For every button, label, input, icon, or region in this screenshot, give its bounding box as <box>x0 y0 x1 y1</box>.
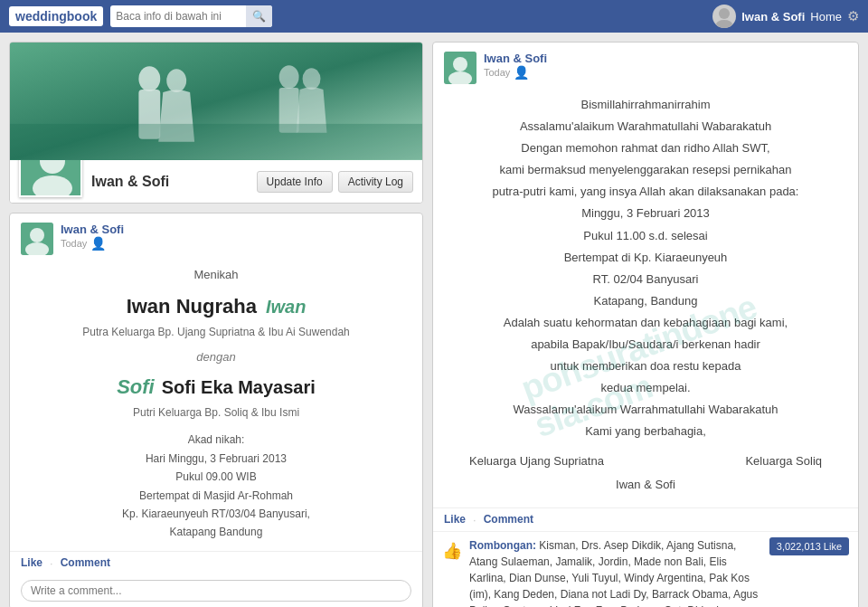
svg-point-6 <box>279 65 299 89</box>
bride-name: Sofi Eka Mayasari <box>162 373 316 402</box>
right-person-icon <box>514 65 529 80</box>
likes-text: Rombongan: Kisman, Drs. Asep Dikdik, Aja… <box>469 537 762 607</box>
invitation-line10: Katapang, Bandung <box>451 291 840 311</box>
rombongan-label: Rombongan: <box>469 539 536 552</box>
profile-card: Iwan & Sofi Update Info Activity Log <box>9 42 423 204</box>
right-post-time-row: Today <box>484 65 547 80</box>
profile-name: Iwan & Sofi <box>91 174 257 190</box>
svg-point-5 <box>166 69 186 92</box>
home-link[interactable]: Home <box>810 10 842 24</box>
right-post-avatar <box>444 52 476 84</box>
invitation-line9: RT. 02/04 Banyusari <box>451 270 840 289</box>
right-post-author[interactable]: Iwan & Sofi <box>484 52 547 65</box>
right-comment-link[interactable]: Comment <box>484 513 533 526</box>
invitation-line15: Wassalamu'alaikum Warrahmatullahi Wabara… <box>451 400 840 420</box>
left-panel: Iwan & Sofi Update Info Activity Log Iwa… <box>9 42 423 607</box>
akad-day: Hari Minggu, 3 Februari 2013 <box>21 450 411 468</box>
right-like-link[interactable]: Like <box>444 513 466 526</box>
invitation-line5: putra-putri kami, yang insya Allah akan … <box>451 182 840 202</box>
svg-point-3 <box>138 66 160 91</box>
comment-input[interactable] <box>21 580 411 602</box>
person-icon <box>90 236 106 251</box>
akad-address: Kp. Kiaraeunyeuh RT/03/04 Banyusari, <box>21 505 411 523</box>
post-header: Iwan & Sofi Today <box>10 213 422 261</box>
post-time-row: Today <box>61 236 124 251</box>
invitation-line13: untuk memberikan doa restu kepada <box>451 356 840 376</box>
update-info-button[interactable]: Update Info <box>257 171 333 193</box>
family-right: Keluarga Soliq <box>745 451 822 471</box>
invitation-line6: Minggu, 3 Februari 2013 <box>451 204 840 223</box>
svg-rect-9 <box>10 124 422 160</box>
family-left: Keluarga Ujang Supriatna <box>469 451 604 471</box>
right-post-card: pohsuratindonesia.com Iwan & Sofi Today … <box>432 42 859 607</box>
like-thumb-icon: 👍 <box>442 539 462 564</box>
invitation-line3: Dengan memohon rahmat dan ridho Allah SW… <box>451 138 840 158</box>
profile-cover <box>10 43 422 160</box>
groom-italic: Iwan <box>266 292 306 321</box>
invitation-line8: Bertempat di Kp. Kiaraeunyeuh <box>451 248 840 268</box>
svg-point-17 <box>453 57 467 71</box>
left-post-card: Iwan & Sofi Today Menikah Iwan Nugraha I… <box>9 213 423 607</box>
akad-time: Pukul 09.00 WIB <box>21 468 411 486</box>
bride-parents: Putri Keluarga Bp. Soliq & Ibu Ismi <box>21 404 411 422</box>
invitation-line1: Bismillahirrahmanirrahim <box>451 95 840 115</box>
couple-name: Iwan & Sofi <box>451 475 840 495</box>
svg-point-14 <box>30 228 44 242</box>
dengan-label: dengan <box>21 348 411 367</box>
post-author[interactable]: Iwan & Sofi <box>61 223 124 236</box>
post-meta: Iwan & Sofi Today <box>61 223 124 251</box>
akad-details: Akad nikah: Hari Minggu, 3 Februari 2013… <box>21 431 411 541</box>
comment-link[interactable]: Comment <box>61 556 110 570</box>
post-body: Menikah Iwan Nugraha Iwan Putra Keluarga… <box>10 261 422 551</box>
post-time: Today <box>61 238 87 249</box>
activity-log-button[interactable]: Activity Log <box>338 171 413 193</box>
family-row: Keluarga Ujang Supriatna Keluarga Soliq <box>469 451 822 471</box>
search-button[interactable]: 🔍 <box>246 5 272 27</box>
comment-input-row <box>10 574 422 607</box>
svg-point-0 <box>719 8 730 19</box>
gear-icon[interactable]: ⚙ <box>847 8 859 24</box>
profile-actions: Update Info Activity Log <box>257 171 413 193</box>
user-area: Iwan & Sofi Home ⚙ <box>712 5 859 28</box>
invitation-line2: Assalamu'alaikum Warahmatullahi Wabaraka… <box>451 117 840 137</box>
profile-info-bar: Iwan & Sofi Update Info Activity Log <box>10 160 422 203</box>
search-icon: 🔍 <box>252 10 266 23</box>
right-post-meta: Iwan & Sofi Today <box>484 52 547 80</box>
right-post-header: Iwan & Sofi Today <box>433 43 858 90</box>
nikah-label: Menikah <box>21 266 411 285</box>
svg-point-1 <box>716 20 732 28</box>
post-footer: Like · Comment <box>10 551 422 574</box>
akad-city: Katapang Bandung <box>21 523 411 541</box>
right-post-time: Today <box>484 67 510 78</box>
like-link[interactable]: Like <box>21 556 42 570</box>
invitation-line11: Adalah suatu kehormatan dan kebahagiaan … <box>451 313 840 333</box>
groom-parents: Putra Keluarga Bp. Ujang Supriatna & Ibu… <box>21 324 411 341</box>
nav-avatar <box>712 5 736 28</box>
svg-point-8 <box>303 68 321 90</box>
site-logo[interactable]: weddingbook <box>9 6 103 26</box>
invitation-line14: kedua mempelai. <box>451 378 840 398</box>
akad-label: Akad nikah: <box>21 431 411 449</box>
like-count-badge[interactable]: 3,022,013 Like <box>769 537 849 556</box>
bride-italic: Sofi <box>117 371 155 403</box>
invitation-line16: Kami yang berbahagia, <box>451 422 840 441</box>
nav-username[interactable]: Iwan & Sofi <box>741 10 805 24</box>
right-post-footer: Like · Comment <box>433 507 858 531</box>
akad-place: Bertempat di Masjid Ar-Rohmah <box>21 487 411 505</box>
search-input[interactable] <box>110 10 246 23</box>
top-navigation: weddingbook 🔍 Iwan & Sofi Home ⚙ <box>0 0 868 33</box>
groom-name: Iwan Nugraha <box>127 290 257 322</box>
right-panel: pohsuratindonesia.com Iwan & Sofi Today … <box>432 42 859 607</box>
right-post-body: Bismillahirrahmanirrahim Assalamu'alaiku… <box>433 90 858 507</box>
post-avatar <box>21 223 53 255</box>
invitation-line4: kami bermaksud menyelenggarakan resepsi … <box>451 160 840 180</box>
likes-row: 👍 Rombongan: Kisman, Drs. Asep Dikdik, A… <box>433 531 858 607</box>
search-bar: 🔍 <box>110 5 272 27</box>
invitation-line7: Pukul 11.00 s.d. selesai <box>451 226 840 246</box>
invitation-line12: apabila Bapak/Ibu/Saudara/i berkenan had… <box>451 335 840 355</box>
main-content: Iwan & Sofi Update Info Activity Log Iwa… <box>0 33 868 607</box>
